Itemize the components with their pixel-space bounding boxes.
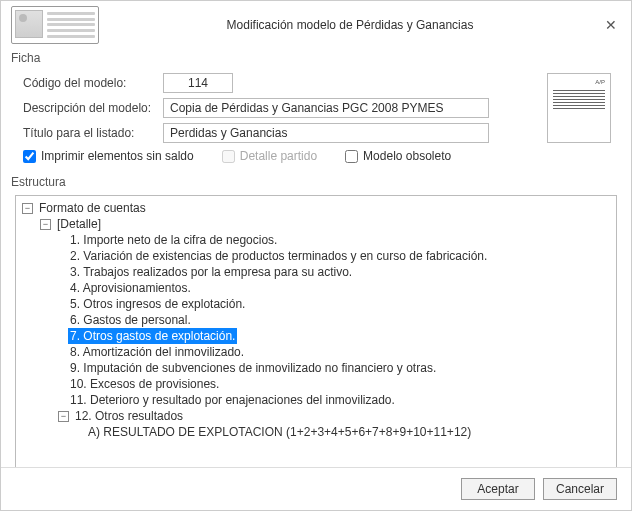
tree-node[interactable]: 7. Otros gastos de explotación. <box>22 328 616 344</box>
titulo-input[interactable] <box>163 123 489 143</box>
checkbox-obsoleto-input[interactable] <box>345 150 358 163</box>
dialog-icon <box>11 6 99 44</box>
thumb-label: A/P <box>553 79 605 85</box>
codigo-label: Código del modelo: <box>23 76 163 90</box>
tree-node[interactable]: A) RESULTADO DE EXPLOTACION (1+2+3+4+5+6… <box>22 424 616 440</box>
ok-button[interactable]: Aceptar <box>461 478 535 500</box>
section-estructura: Estructura <box>1 175 631 189</box>
tree-node[interactable]: 2. Variación de existencias de productos… <box>22 248 616 264</box>
tree-node-label: 12. Otros resultados <box>73 408 185 424</box>
tree-node-label: [Detalle] <box>55 216 103 232</box>
checkbox-imprimir-input[interactable] <box>23 150 36 163</box>
tree-node[interactable]: 8. Amortización del inmovilizado. <box>22 344 616 360</box>
descripcion-label: Descripción del modelo: <box>23 101 163 115</box>
checkbox-detalle-label: Detalle partido <box>240 149 317 163</box>
tree-node-label: 8. Amortización del inmovilizado. <box>68 344 246 360</box>
tree-node[interactable]: −Formato de cuentas <box>22 200 616 216</box>
tree-node[interactable]: 6. Gastos de personal. <box>22 312 616 328</box>
preview-thumbnail: A/P <box>547 73 611 143</box>
tree-node-label: 7. Otros gastos de explotación. <box>68 328 237 344</box>
tree-node[interactable]: 11. Deterioro y resultado por enajenacio… <box>22 392 616 408</box>
tree-node-label: 2. Variación de existencias de productos… <box>68 248 489 264</box>
checkbox-detalle: Detalle partido <box>222 149 317 163</box>
titulo-label: Título para el listado: <box>23 126 163 140</box>
tree-node[interactable]: −[Detalle] <box>22 216 616 232</box>
tree-toggle-icon[interactable]: − <box>22 203 33 214</box>
tree-node-label: 3. Trabajos realizados por la empresa pa… <box>68 264 354 280</box>
tree-node-label: 11. Deterioro y resultado por enajenacio… <box>68 392 397 408</box>
tree-node[interactable]: 5. Otros ingresos de explotación. <box>22 296 616 312</box>
tree-node[interactable]: 9. Imputación de subvenciones de inmovil… <box>22 360 616 376</box>
dialog-title: Modificación modelo de Pérdidas y Gananc… <box>99 18 601 32</box>
tree-toggle-icon[interactable]: − <box>58 411 69 422</box>
tree-node-label: 1. Importe neto de la cifra de negocios. <box>68 232 279 248</box>
section-ficha: Ficha <box>1 51 631 65</box>
tree-node-label: 10. Excesos de provisiones. <box>68 376 221 392</box>
checkbox-detalle-input <box>222 150 235 163</box>
tree-node-label: 5. Otros ingresos de explotación. <box>68 296 247 312</box>
tree-node[interactable]: 10. Excesos de provisiones. <box>22 376 616 392</box>
checkbox-obsoleto[interactable]: Modelo obsoleto <box>345 149 451 163</box>
tree-node-label: 6. Gastos de personal. <box>68 312 193 328</box>
checkbox-imprimir-label: Imprimir elementos sin saldo <box>41 149 194 163</box>
tree-node[interactable]: 1. Importe neto de la cifra de negocios. <box>22 232 616 248</box>
checkbox-obsoleto-label: Modelo obsoleto <box>363 149 451 163</box>
tree-node[interactable]: 3. Trabajos realizados por la empresa pa… <box>22 264 616 280</box>
tree-node[interactable]: −12. Otros resultados <box>22 408 616 424</box>
tree-node-label: A) RESULTADO DE EXPLOTACION (1+2+3+4+5+6… <box>86 424 473 440</box>
tree-node[interactable]: 4. Aprovisionamientos. <box>22 280 616 296</box>
tree-node-label: 9. Imputación de subvenciones de inmovil… <box>68 360 438 376</box>
cancel-button[interactable]: Cancelar <box>543 478 617 500</box>
tree-container[interactable]: −Formato de cuentas−[Detalle]1. Importe … <box>15 195 617 483</box>
close-icon[interactable]: ✕ <box>601 17 621 33</box>
tree-toggle-icon[interactable]: − <box>40 219 51 230</box>
checkbox-imprimir[interactable]: Imprimir elementos sin saldo <box>23 149 194 163</box>
codigo-input[interactable] <box>163 73 233 93</box>
tree-node-label: Formato de cuentas <box>37 200 148 216</box>
descripcion-input[interactable] <box>163 98 489 118</box>
tree-node-label: 4. Aprovisionamientos. <box>68 280 193 296</box>
